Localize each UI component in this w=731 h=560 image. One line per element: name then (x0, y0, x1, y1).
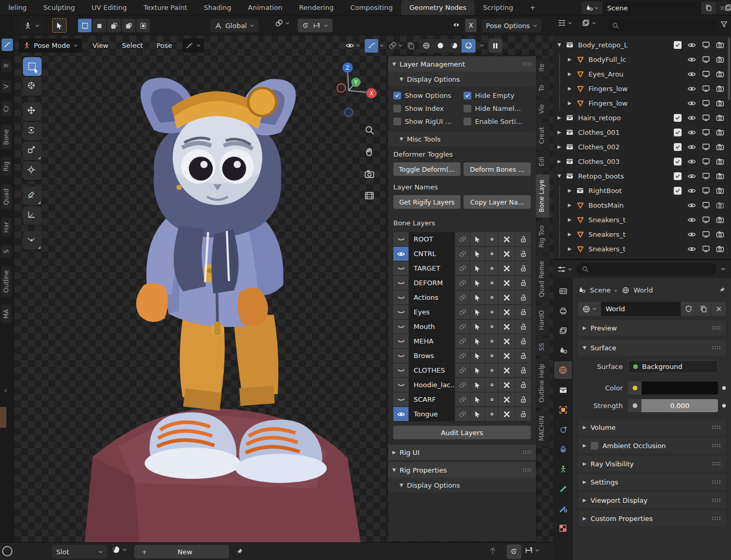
layer-bones-button[interactable] (498, 247, 516, 261)
outliner-item-label[interactable]: BodyFull_lc (588, 56, 671, 63)
layer-solo-button[interactable] (485, 290, 498, 304)
workspace-tab[interactable]: Sculpting (35, 0, 83, 15)
hide-in-viewport-toggle[interactable] (685, 99, 699, 108)
active-tool-button[interactable] (52, 18, 67, 33)
layer-visibility-toggle[interactable] (393, 290, 409, 304)
layer-visibility-toggle[interactable] (393, 363, 409, 377)
outliner-row[interactable]: ▼▶ Clothes_002 (553, 139, 731, 154)
annotate-tool-button[interactable] (23, 186, 42, 205)
disable-in-viewports-toggle[interactable] (699, 70, 713, 79)
layer-visibility-toggle[interactable] (393, 334, 409, 348)
disable-in-renders-toggle[interactable] (713, 70, 727, 79)
layer-solo-button[interactable] (485, 407, 498, 421)
pose-breakdowner-tool-button[interactable] (23, 231, 42, 250)
bone-layer-row[interactable]: CNTRL (393, 247, 531, 261)
layer-name-field[interactable]: Eyes (409, 305, 455, 319)
layer-bones-button[interactable] (498, 378, 516, 392)
outliner-row[interactable]: ▼▶ Hairs_retopo (553, 110, 731, 125)
layer-lock-button[interactable] (516, 320, 531, 334)
outliner-row[interactable]: ▼▶ Sneakers_t (553, 227, 731, 241)
sidebar-tab[interactable]: Creat (536, 122, 549, 149)
outliner-item-label[interactable]: RightBoot (588, 187, 671, 195)
workspace-tab[interactable]: Rendering (291, 0, 342, 15)
rig-display-options-header[interactable]: ▼Display Options (388, 478, 536, 492)
select-mode-invert-button[interactable] (122, 19, 135, 32)
navigation-gizmo[interactable]: Z X Y (326, 60, 378, 118)
checkbox-slot[interactable] (671, 70, 685, 79)
outliner-item-label[interactable]: Body_retopo_L (578, 41, 671, 49)
collapsed-panel-header[interactable]: ▶ Settings (578, 474, 726, 490)
layer-solo-button[interactable] (485, 305, 498, 319)
layer-lock-button[interactable] (516, 290, 531, 304)
outliner-item-label[interactable]: Fingers_low (588, 85, 671, 93)
sidebar-tab[interactable]: Outline Help (536, 359, 549, 408)
layer-ghost-button[interactable] (455, 247, 470, 261)
proportional-falloff-button[interactable] (507, 544, 521, 559)
object-data-properties-tab[interactable] (554, 460, 572, 478)
layer-select-button[interactable] (470, 247, 485, 261)
layer-visibility-toggle[interactable] (393, 407, 409, 421)
select-box-tool-button[interactable] (23, 57, 42, 76)
object-properties-tab[interactable] (554, 401, 572, 418)
layer-ghost-button[interactable] (455, 320, 470, 334)
disable-in-viewports-toggle[interactable] (699, 245, 713, 253)
properties-filter-dropdown[interactable] (556, 265, 572, 274)
outliner-item-label[interactable]: Sneakers_t (588, 245, 671, 253)
material-preview-dropdown[interactable] (111, 545, 127, 554)
grip-icon[interactable] (712, 346, 721, 350)
hide-in-viewport-toggle[interactable] (685, 41, 699, 49)
zoom-tool-icon[interactable] (364, 125, 375, 135)
layer-ghost-button[interactable] (455, 363, 470, 377)
view-layer-properties-tab[interactable] (554, 322, 572, 339)
option-checkbox-row[interactable]: Show RigUI ... (393, 118, 460, 125)
layer-visibility-toggle[interactable] (393, 276, 409, 290)
layer-lock-button[interactable] (516, 392, 531, 406)
panel-checkbox[interactable] (591, 442, 598, 450)
checkbox-slot[interactable] (671, 143, 685, 151)
outliner-row[interactable]: ▼▶ RightBoot (553, 183, 731, 198)
expand-toggle[interactable]: ▼▶ (556, 42, 562, 47)
option-checkbox-row[interactable]: Show Index (393, 105, 460, 112)
outliner-search-input[interactable] (607, 19, 717, 32)
move-tool-button[interactable] (23, 102, 42, 121)
disable-in-viewports-toggle[interactable] (699, 113, 713, 122)
sidebar-tab[interactable]: Vie (536, 99, 549, 119)
strength-value-field[interactable]: 0.000 (642, 399, 718, 412)
sidebar-tab[interactable]: Quad Reme (536, 256, 549, 302)
bone-layer-row[interactable]: TARGET (393, 261, 531, 275)
mode-dropdown[interactable]: Pose Mode (19, 39, 82, 53)
collection-checkbox[interactable] (674, 187, 682, 195)
disable-in-renders-toggle[interactable] (713, 230, 727, 239)
outliner-row[interactable]: ▼▶ Sneakers_t (553, 241, 731, 256)
disable-in-renders-toggle[interactable] (713, 201, 727, 210)
layer-bones-button[interactable] (498, 392, 516, 406)
layer-solo-button[interactable] (485, 378, 498, 392)
sidebar-tab[interactable]: MACHIN (536, 411, 549, 446)
scene-properties-tab[interactable] (554, 341, 572, 359)
hide-in-viewport-toggle[interactable] (685, 230, 699, 239)
disable-in-renders-toggle[interactable] (713, 172, 727, 181)
shading-rendered-button[interactable] (461, 39, 476, 53)
disable-in-renders-toggle[interactable] (713, 113, 727, 122)
bone-layer-row[interactable]: MEHA (393, 334, 531, 348)
outliner-row[interactable]: ▼▶ BootsMain (553, 198, 731, 212)
checkbox-slot[interactable] (671, 215, 685, 224)
layer-name-field[interactable]: ROOT (409, 232, 455, 246)
layer-name-field[interactable]: Tongue (409, 407, 455, 421)
layer-visibility-toggle[interactable] (393, 320, 409, 334)
layer-lock-button[interactable] (516, 276, 531, 290)
layer-name-field[interactable]: Mouth (409, 320, 455, 334)
checkbox-slot[interactable] (671, 172, 685, 181)
layer-visibility-toggle[interactable] (393, 261, 409, 275)
expand-toggle[interactable]: ▼▶ (567, 232, 573, 237)
hide-in-viewport-toggle[interactable] (685, 186, 699, 195)
layer-solo-button[interactable] (485, 334, 498, 348)
layer-lock-button[interactable] (516, 261, 531, 275)
hide-in-viewport-toggle[interactable] (685, 245, 699, 253)
preview-panel-header[interactable]: ▶Preview (578, 320, 726, 336)
checkbox-slot[interactable] (671, 201, 685, 210)
world-name-field[interactable]: World (601, 302, 681, 316)
expand-toggle[interactable]: ▼▶ (567, 188, 573, 193)
left-falloff-icon[interactable] (2, 39, 13, 51)
layer-bones-button[interactable] (498, 276, 516, 290)
